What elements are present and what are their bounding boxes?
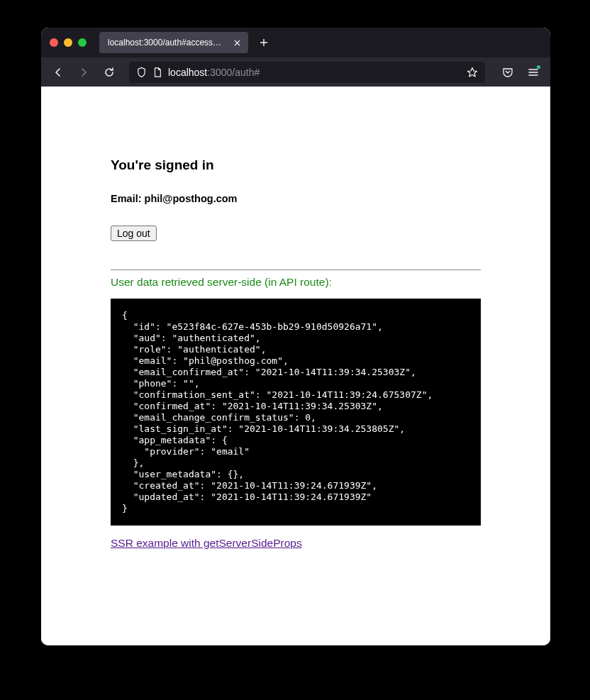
shield-icon[interactable] — [136, 67, 147, 78]
page-content: You're signed in Email: phil@posthog.com… — [41, 87, 550, 645]
logout-button[interactable]: Log out — [111, 226, 157, 241]
bookmark-button[interactable] — [467, 67, 478, 78]
close-tab-button[interactable] — [231, 37, 243, 48]
user-data-json: { "id": "e523f84c-627e-453b-bb29-910d509… — [111, 299, 481, 526]
browser-window: localhost:3000/auth#access_token= — [41, 28, 550, 645]
minimize-window-button[interactable] — [64, 38, 72, 47]
pocket-button[interactable] — [496, 61, 519, 84]
close-window-button[interactable] — [50, 38, 58, 47]
browser-tab[interactable]: localhost:3000/auth#access_token= — [99, 32, 248, 53]
page-icon — [152, 67, 162, 78]
maximize-window-button[interactable] — [78, 38, 87, 47]
menu-button[interactable] — [522, 61, 545, 84]
url-bar[interactable]: localhost:3000/auth# — [129, 62, 485, 83]
toolbar-right — [496, 61, 545, 84]
forward-button[interactable] — [72, 61, 95, 84]
new-tab-button[interactable] — [254, 33, 274, 52]
titlebar: localhost:3000/auth#access_token= — [41, 28, 550, 57]
data-heading: User data retrieved server-side (in API … — [111, 276, 481, 289]
tab-title: localhost:3000/auth#access_token= — [108, 38, 226, 48]
notification-dot-icon — [537, 65, 540, 69]
toolbar: localhost:3000/auth# — [41, 57, 550, 87]
url-text: localhost:3000/auth# — [168, 67, 461, 78]
reload-button[interactable] — [98, 61, 121, 84]
back-button[interactable] — [47, 61, 69, 84]
email-line: Email: phil@posthog.com — [111, 193, 481, 204]
ssr-example-link[interactable]: SSR example with getServerSideProps — [111, 537, 302, 550]
traffic-lights — [50, 38, 87, 47]
page-heading: You're signed in — [111, 157, 481, 173]
email-value: phil@posthog.com — [145, 193, 238, 204]
divider — [111, 270, 481, 270]
